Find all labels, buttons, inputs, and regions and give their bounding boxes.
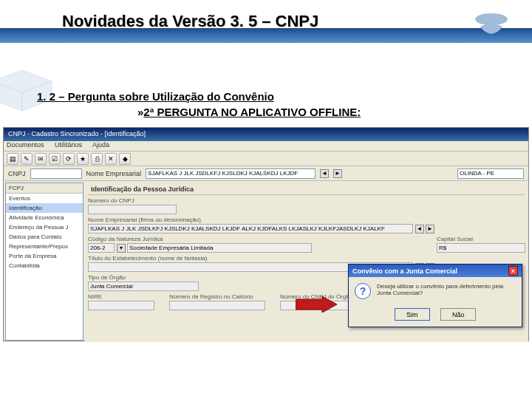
nome-emp-label: Nome Empresarial (firma ou denominação): [88, 216, 525, 223]
menu-documentos[interactable]: Documentos: [7, 141, 44, 149]
nome-label: Nome Empresarial: [86, 170, 142, 177]
panel-title: Identificação da Pessoa Jurídica: [88, 184, 525, 195]
menu-ajuda[interactable]: Ajuda: [92, 141, 109, 149]
numero-cnpj-label: Número do CNPJ: [88, 197, 525, 204]
cod-nat-input[interactable]: [88, 243, 115, 253]
cnpj-label: CNPJ: [8, 170, 26, 177]
toolbar: ▤ ✎ ✉ ☑ ⟳ ★ ⎙ ✕ ◆: [4, 151, 528, 166]
sidebar-item-endereco[interactable]: Endereço da Pessoa J: [6, 222, 83, 232]
capital-label: Capital Social: [437, 236, 525, 242]
svg-marker-4: [296, 296, 337, 313]
sidebar-item-identificacao[interactable]: Identificação: [6, 203, 83, 213]
nire-label: NIRE: [88, 293, 154, 300]
menubar: Documentos Utilitários Ajuda: [4, 141, 528, 151]
cnpj-topbar: CNPJ Nome Empresarial ◄ ►: [4, 166, 528, 181]
page-title: Novidades da Versão 3. 5 – CNPJ: [62, 12, 318, 31]
sidebar-item-eventos[interactable]: Eventos: [6, 194, 83, 203]
cod-nat-desc: [127, 243, 312, 253]
nome-prev-icon[interactable]: ◄: [415, 225, 424, 233]
toolbar-btn-4[interactable]: ☑: [49, 153, 61, 165]
section-subheader: 2ª PERGUNTA NO APLICATIVO OFFLINE:: [137, 106, 361, 118]
yes-button[interactable]: Sim: [395, 308, 430, 321]
sidebar-item-contabilista[interactable]: Contabilista: [6, 261, 83, 270]
sidebar-item-atividade[interactable]: Atividade Econômica: [6, 213, 83, 222]
nome-emp-input[interactable]: [88, 224, 413, 233]
toolbar-btn-8[interactable]: ✕: [105, 153, 117, 165]
sidebar: FCPJ Eventos Identificação Atividade Eco…: [5, 183, 83, 341]
menu-utilitarios[interactable]: Utilitários: [55, 141, 82, 149]
close-icon[interactable]: ×: [508, 266, 518, 276]
sidebar-item-porte[interactable]: Porte da Empresa: [6, 251, 83, 261]
nome-input[interactable]: [146, 168, 316, 179]
toolbar-btn-9[interactable]: ◆: [119, 153, 131, 165]
cnpj-input[interactable]: [30, 168, 82, 179]
highlight-arrow-icon: [296, 296, 337, 313]
toolbar-btn-6[interactable]: ★: [77, 153, 89, 165]
capital-input[interactable]: [437, 243, 525, 253]
nome-next-icon[interactable]: ►: [426, 225, 434, 233]
toolbar-btn-3[interactable]: ✉: [35, 153, 47, 165]
cod-nat-label: Código da Natureza Jurídica: [88, 236, 312, 242]
brand-logo: [466, 4, 517, 41]
decorative-cube: [0, 52, 66, 118]
search-icon[interactable]: ▾: [117, 244, 126, 253]
nire-input[interactable]: [88, 301, 154, 310]
dialog-message: Deseja utilizar o convênio para deferime…: [377, 283, 516, 296]
sidebar-item-representante[interactable]: Representante/Prepos: [6, 242, 83, 251]
question-icon: ?: [355, 283, 371, 299]
toolbar-btn-1[interactable]: ▤: [7, 153, 18, 165]
dialog-convenio: Convênio com a Junta Comercial × ? Desej…: [348, 264, 522, 327]
titulo-label: Título do Estabelecimento (nome de fanta…: [88, 255, 525, 262]
dialog-title-text: Convênio com a Junta Comercial: [352, 267, 457, 275]
num-reg-label: Número de Registro no Cartório: [169, 293, 265, 300]
sidebar-header: FCPJ: [6, 183, 83, 194]
location-input[interactable]: [457, 168, 524, 179]
toolbar-btn-5[interactable]: ⟳: [63, 153, 75, 165]
num-reg-input[interactable]: [169, 301, 265, 310]
toolbar-btn-2[interactable]: ✎: [21, 153, 33, 165]
sidebar-item-dados-contato[interactable]: Dados para Contato: [6, 232, 83, 242]
nav-next-icon[interactable]: ►: [333, 169, 342, 178]
section-header: 1. 2 – Pergunta sobre Utilização do Conv…: [37, 90, 274, 103]
no-button[interactable]: Não: [440, 308, 476, 321]
nav-prev-icon[interactable]: ◄: [320, 169, 329, 178]
svg-point-0: [475, 13, 508, 25]
dialog-titlebar: Convênio com a Junta Comercial ×: [349, 265, 522, 277]
numero-cnpj-input[interactable]: [88, 205, 177, 214]
tipo-orgao-input[interactable]: [88, 282, 199, 291]
window-titlebar: CNPJ - Cadastro Sincronizado - [Identifi…: [4, 128, 528, 141]
app-screenshot: CNPJ - Cadastro Sincronizado - [Identifi…: [3, 127, 529, 341]
toolbar-btn-7[interactable]: ⎙: [91, 153, 103, 165]
